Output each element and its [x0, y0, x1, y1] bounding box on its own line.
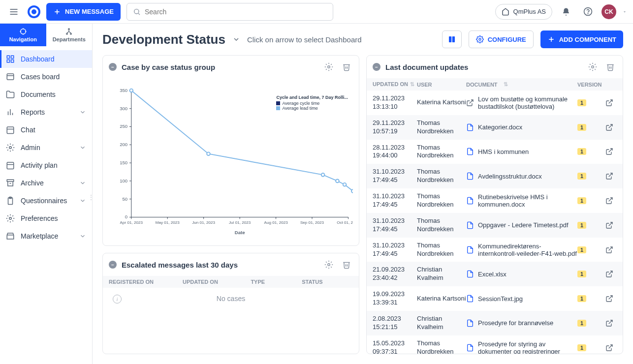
svg-line-84 — [609, 100, 612, 103]
open-button[interactable] — [602, 295, 617, 303]
cell-document[interactable]: HMS i kommunen — [466, 148, 577, 155]
cell-document[interactable]: Kommunedirektørens-internkontroll-veiled… — [466, 243, 577, 257]
chart-legend: Cycle and Lead time, 7 Day Rolli... Aver… — [276, 95, 348, 111]
cell-document[interactable]: SessionText.jpg — [466, 295, 577, 303]
page-title: Development Status — [102, 32, 225, 47]
cell-version: 1 — [577, 124, 602, 131]
file-icon — [466, 295, 474, 303]
open-button[interactable] — [602, 319, 617, 327]
cell-user: Thomas Nordbrekken — [417, 217, 466, 234]
gear-icon — [588, 62, 597, 71]
collapse-button[interactable]: − — [373, 63, 380, 71]
configure-button[interactable]: CONFIGURE — [469, 30, 534, 48]
open-button[interactable] — [602, 123, 617, 131]
sidebar-resize-handle[interactable]: ⋮ — [88, 194, 94, 201]
archive-icon — [6, 179, 15, 187]
cell-document[interactable]: Avdelingsstruktur.docx — [466, 172, 577, 180]
cell-document[interactable]: Excel.xlsx — [466, 270, 577, 278]
col-document[interactable]: DOCUMENT⇅ — [466, 81, 577, 88]
open-button[interactable] — [602, 270, 617, 278]
nav-label: Activity plan — [21, 161, 58, 169]
cell-document[interactable]: Prosedyre for brannøvelse — [466, 319, 577, 327]
org-selector[interactable]: QmPlus AS — [495, 4, 552, 20]
card-delete-button[interactable] — [604, 61, 617, 73]
card-settings-button[interactable] — [322, 258, 335, 271]
nav-item-reports[interactable]: Reports — [0, 103, 92, 121]
nav-item-marketplace[interactable]: Marketplace — [0, 227, 92, 245]
card-delete-button[interactable] — [340, 61, 353, 73]
open-button[interactable] — [602, 172, 617, 180]
card-settings-button[interactable] — [586, 61, 599, 73]
cell-version: 1 — [577, 173, 602, 180]
nav-label: Cases board — [21, 73, 60, 81]
tab-navigation[interactable]: Navigation — [0, 24, 46, 46]
svg-point-76 — [207, 152, 210, 155]
cell-version: 1 — [577, 271, 602, 277]
card-settings-button[interactable] — [322, 61, 335, 73]
tree-icon — [65, 28, 73, 35]
cell-date: 31.10.202317:49:45 — [373, 192, 417, 209]
svg-text:Oct 01, 2023: Oct 01, 2023 — [337, 220, 353, 225]
open-button[interactable] — [602, 344, 617, 352]
nav-item-dashboard[interactable]: Dashboard — [0, 50, 92, 68]
cell-version: 1 — [577, 246, 602, 253]
col-registered[interactable]: REGISTERED ON — [109, 279, 183, 285]
open-button[interactable] — [602, 148, 617, 155]
nav-item-admin[interactable]: Admin — [0, 139, 92, 156]
svg-line-88 — [609, 198, 612, 201]
app-logo[interactable] — [28, 5, 40, 18]
open-button[interactable] — [602, 197, 617, 205]
card-delete-button[interactable] — [340, 258, 353, 271]
cell-document[interactable]: Prosedyre for styring av dokumenter og r… — [466, 340, 577, 354]
nav-item-documents[interactable]: Documents — [0, 86, 92, 103]
open-button[interactable] — [602, 221, 617, 229]
layout-toggle-button[interactable] — [442, 30, 462, 48]
tab-departments[interactable]: Departments — [46, 24, 93, 46]
nav-item-archive[interactable]: Archive — [0, 174, 92, 192]
file-icon — [466, 123, 474, 131]
docs-table-header: UPDATED ON⇅ USER DOCUMENT⇅ VERSION — [367, 78, 623, 91]
nav-item-activity-plan[interactable]: Activity plan — [0, 156, 92, 174]
collapse-button[interactable]: − — [109, 261, 117, 269]
menu-button[interactable] — [6, 4, 22, 20]
search-input[interactable] — [145, 8, 327, 16]
avatar-dropdown-icon[interactable] — [622, 9, 627, 14]
nav-item-preferences[interactable]: Preferences — [0, 210, 92, 227]
cell-document[interactable]: Oppgaver - Ledere Timetest.pdf — [466, 221, 577, 229]
chevron-down-icon[interactable] — [232, 35, 240, 43]
clipboard-icon — [6, 196, 15, 205]
user-avatar[interactable]: CK — [601, 4, 616, 19]
cell-document[interactable]: Lov om bustøtte og kommunale bustadtilsk… — [466, 95, 577, 110]
open-button[interactable] — [602, 246, 617, 254]
col-updated-on[interactable]: UPDATED ON⇅ — [373, 81, 417, 88]
open-button[interactable] — [602, 99, 617, 107]
file-icon — [466, 172, 474, 180]
cell-document[interactable]: Kategorier.docx — [466, 123, 577, 131]
legend-item-0: Average cycle time — [282, 101, 319, 106]
help-button[interactable] — [580, 4, 596, 20]
svg-point-8 — [588, 13, 588, 14]
col-version[interactable]: VERSION — [577, 82, 602, 88]
cell-document[interactable]: Rutinebeskrivelse HMS i kommunen.docx — [466, 193, 577, 208]
cell-user: Thomas Nordbrekken — [417, 168, 466, 184]
col-status[interactable]: STATUS — [302, 279, 353, 285]
col-user[interactable]: USER — [417, 82, 466, 88]
open-icon — [605, 344, 613, 352]
nav-item-chat[interactable]: Chat — [0, 121, 92, 139]
nav-item-cases-board[interactable]: Cases board — [0, 68, 92, 86]
cell-version: 1 — [577, 99, 602, 106]
svg-point-81 — [328, 264, 330, 266]
nav-item-questionnaires[interactable]: Questionnaires — [0, 192, 92, 210]
new-message-button[interactable]: NEW MESSAGE — [46, 3, 121, 21]
add-component-button[interactable]: ADD COMPONENT — [540, 30, 623, 48]
notifications-button[interactable] — [558, 4, 574, 20]
col-updated[interactable]: UPDATED ON — [183, 279, 251, 285]
col-type[interactable]: TYPE — [251, 279, 302, 285]
card-case-status: − Case by case status group 050100150200… — [102, 55, 359, 246]
svg-point-77 — [321, 173, 325, 177]
chevron-down-icon — [79, 197, 86, 204]
cell-user: Katerina Kartsoni — [417, 295, 466, 303]
file-icon — [466, 197, 474, 205]
search-bar[interactable] — [127, 3, 333, 21]
collapse-button[interactable]: − — [109, 63, 117, 71]
